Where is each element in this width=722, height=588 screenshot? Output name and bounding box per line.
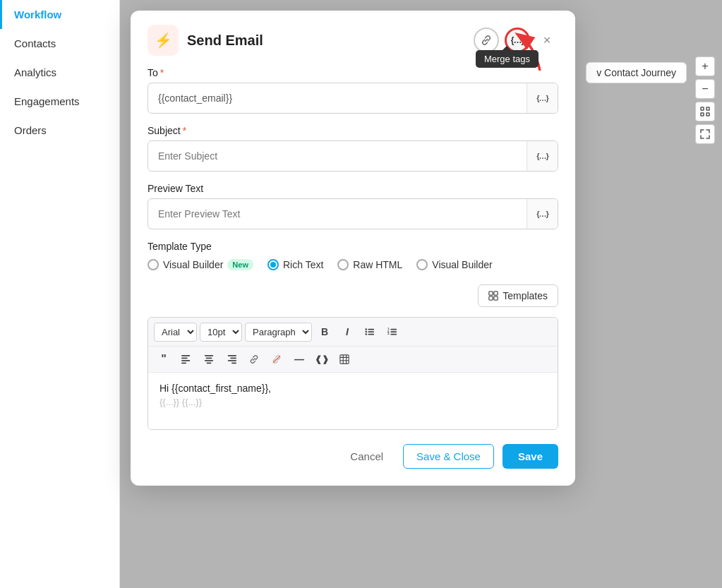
radio-circle-rich-text bbox=[267, 259, 279, 270]
modal-header: ⚡ Send Email {…} × Merge tags bbox=[131, 11, 575, 67]
svg-rect-24 bbox=[181, 362, 186, 364]
svg-rect-7 bbox=[489, 296, 493, 300]
italic-button[interactable]: I bbox=[337, 322, 357, 342]
radio-rich-text[interactable]: Rich Text bbox=[267, 259, 323, 270]
svg-rect-8 bbox=[494, 296, 498, 300]
editor-container: Arial 10pt Paragraph B I bbox=[148, 317, 558, 430]
radio-raw-html[interactable]: Raw HTML bbox=[337, 259, 402, 270]
templates-button[interactable]: Templates bbox=[478, 284, 558, 307]
subject-required-star: * bbox=[183, 125, 186, 136]
bold-button[interactable]: B bbox=[315, 322, 335, 342]
template-type-radio-group: Visual Builder New Rich Text Raw HTML Vi… bbox=[148, 259, 558, 307]
unlink-button[interactable] bbox=[267, 349, 287, 369]
svg-rect-34 bbox=[340, 355, 349, 364]
preview-text-merge-btn[interactable]: {…} bbox=[527, 199, 558, 229]
contact-journey-label: v Contact Journey bbox=[586, 62, 687, 83]
embed-button[interactable]: ❰❱ bbox=[312, 349, 332, 369]
subject-merge-btn[interactable]: {…} bbox=[527, 141, 558, 171]
svg-rect-28 bbox=[207, 362, 212, 364]
align-left-button[interactable] bbox=[176, 349, 196, 369]
subject-label: Subject * bbox=[148, 125, 558, 136]
svg-rect-29 bbox=[228, 355, 236, 356]
sidebar-item-workflow[interactable]: Workflow bbox=[0, 0, 119, 29]
merge-tags-tooltip: Merge tags bbox=[476, 50, 539, 68]
svg-point-11 bbox=[365, 331, 367, 333]
sidebar-item-contacts[interactable]: Contacts bbox=[0, 29, 119, 58]
svg-rect-31 bbox=[228, 360, 236, 361]
modal-body: To * {…} Subject * {…} bbox=[131, 67, 575, 430]
svg-rect-12 bbox=[368, 331, 374, 332]
svg-rect-0 bbox=[701, 107, 704, 110]
svg-rect-27 bbox=[205, 360, 213, 361]
cancel-button[interactable]: Cancel bbox=[339, 445, 395, 468]
subject-field-group: Subject * {…} bbox=[148, 125, 558, 172]
svg-rect-30 bbox=[230, 357, 236, 359]
preview-text-field-group: Preview Text {…} bbox=[148, 183, 558, 229]
subject-field-row: {…} bbox=[148, 140, 558, 172]
to-merge-btn[interactable]: {…} bbox=[527, 83, 558, 113]
toolbar-row1: Arial 10pt Paragraph B I bbox=[148, 318, 558, 347]
editor-content-area[interactable]: Hi {{contact_first_name}}, {{...}} {{...… bbox=[148, 373, 558, 429]
svg-rect-25 bbox=[205, 355, 213, 356]
align-right-button[interactable] bbox=[222, 349, 241, 369]
close-button[interactable]: × bbox=[536, 29, 558, 52]
svg-rect-1 bbox=[706, 107, 709, 110]
send-email-modal: ⚡ Send Email {…} × Merge tags bbox=[131, 11, 575, 486]
to-input[interactable] bbox=[148, 85, 527, 111]
preview-text-input[interactable] bbox=[148, 201, 527, 227]
save-close-button[interactable]: Save & Close bbox=[403, 444, 494, 469]
preview-text-field-row: {…} bbox=[148, 198, 558, 229]
svg-rect-20 bbox=[390, 334, 397, 335]
editor-line2: {{...}} {{...}} bbox=[160, 397, 546, 407]
paragraph-select[interactable]: Paragraph bbox=[245, 323, 312, 342]
radio-circle-visual-builder bbox=[148, 259, 159, 270]
svg-rect-26 bbox=[206, 357, 212, 359]
subject-input[interactable] bbox=[148, 143, 527, 169]
svg-rect-22 bbox=[181, 357, 188, 359]
to-field-row: {…} bbox=[148, 83, 558, 114]
sidebar-item-orders[interactable]: Orders bbox=[0, 116, 119, 145]
fit-screen-button[interactable] bbox=[695, 102, 715, 121]
table-button[interactable] bbox=[335, 349, 354, 369]
svg-text:3.: 3. bbox=[387, 332, 390, 335]
toolbar-row2: " — ❰❱ bbox=[148, 347, 558, 373]
horizontal-rule-button[interactable]: — bbox=[289, 349, 309, 369]
svg-rect-23 bbox=[181, 360, 190, 361]
font-select[interactable]: Arial bbox=[154, 323, 197, 342]
radio-circle-raw-html bbox=[337, 259, 349, 270]
svg-rect-6 bbox=[494, 292, 498, 295]
size-select[interactable]: 10pt bbox=[200, 323, 242, 342]
blockquote-button[interactable]: " bbox=[154, 349, 174, 369]
svg-rect-2 bbox=[701, 113, 704, 116]
sidebar-item-analytics[interactable]: Analytics bbox=[0, 58, 119, 87]
ordered-list-button[interactable]: 1. 2. 3. bbox=[383, 322, 402, 342]
radio-visual-builder-2[interactable]: Visual Builder bbox=[416, 259, 492, 270]
fullscreen-button[interactable] bbox=[695, 124, 715, 144]
zoom-in-button[interactable]: + bbox=[695, 56, 715, 76]
save-button[interactable]: Save bbox=[503, 444, 558, 469]
zoom-out-button[interactable]: − bbox=[695, 79, 715, 99]
preview-text-label: Preview Text bbox=[148, 183, 558, 194]
align-center-button[interactable] bbox=[199, 349, 219, 369]
link-button[interactable] bbox=[474, 28, 499, 53]
link-editor-button[interactable] bbox=[244, 349, 264, 369]
svg-point-9 bbox=[365, 328, 367, 330]
svg-rect-10 bbox=[368, 329, 374, 330]
to-label: To * bbox=[148, 67, 558, 78]
svg-rect-16 bbox=[390, 329, 397, 330]
new-badge: New bbox=[227, 259, 253, 270]
template-type-label: Template Type bbox=[148, 241, 558, 252]
radio-visual-builder[interactable]: Visual Builder New bbox=[148, 259, 253, 270]
sidebar-item-engagements[interactable]: Engagements bbox=[0, 87, 119, 116]
modal-header-actions: {…} × bbox=[474, 28, 558, 53]
svg-rect-32 bbox=[231, 362, 236, 364]
sidebar: Workflow Contacts Analytics Engagements … bbox=[0, 0, 120, 588]
svg-rect-21 bbox=[181, 355, 190, 356]
canvas-controls: + − bbox=[695, 56, 715, 144]
svg-rect-14 bbox=[368, 334, 374, 335]
unordered-list-button[interactable] bbox=[360, 322, 380, 342]
svg-rect-5 bbox=[489, 292, 493, 295]
to-required-star: * bbox=[160, 67, 164, 78]
to-field-group: To * {…} bbox=[148, 67, 558, 114]
modal-title: Send Email bbox=[187, 32, 263, 49]
